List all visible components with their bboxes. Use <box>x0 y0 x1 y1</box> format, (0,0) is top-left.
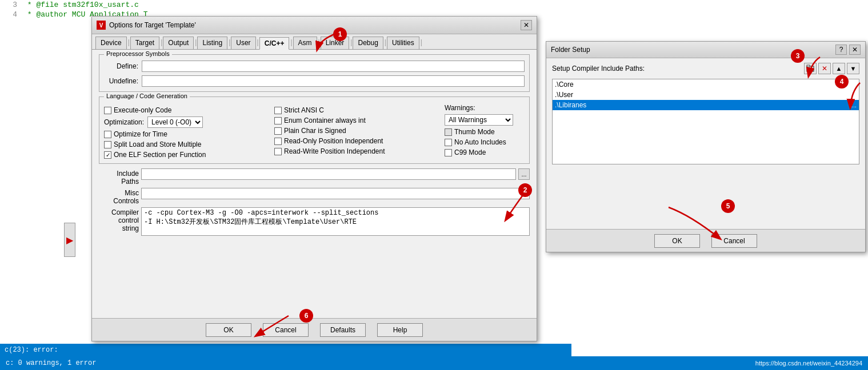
folder-dialog-buttons: OK Cancel <box>546 229 865 252</box>
preprocessor-group-title: Preprocessor Symbols <box>104 50 172 57</box>
optimization-select[interactable]: Level 0 (-O0) Level 1 (-O1) Level 2 (-O2… <box>147 116 203 128</box>
warnings-select[interactable]: All Warnings No Warnings <box>445 114 513 126</box>
options-close-button[interactable]: ✕ <box>521 20 532 30</box>
folder-list-item-user[interactable]: .\User <box>553 90 859 100</box>
strict-ansi-checkbox[interactable] <box>274 107 282 114</box>
annotation-2: 2 <box>518 183 532 197</box>
status-bar-text: c: 0 warnings, 1 error <box>6 359 96 367</box>
options-tab-bar: Device | Target | Output | Listing | Use… <box>92 34 537 50</box>
options-dialog-buttons: OK Cancel Defaults Help <box>92 318 537 341</box>
status-bar: c: 0 warnings, 1 error https://blog.csdn… <box>0 356 868 370</box>
language-group-title: Language / Code Generation <box>104 92 190 99</box>
new-folder-icon <box>806 65 814 73</box>
tab-output[interactable]: Output <box>163 37 194 49</box>
folder-title-buttons: ? ✕ <box>835 45 861 55</box>
compiler-string-label: Compilercontrolstring <box>99 207 139 232</box>
svg-rect-1 <box>807 65 810 67</box>
status-bar-right: https://blog.csdn.net/weixin_44234294 <box>755 360 862 367</box>
split-load-checkbox[interactable] <box>104 141 111 148</box>
lang-col1: Execute-only Code Optimization: Level 0 … <box>104 104 270 159</box>
define-input[interactable] <box>142 61 525 72</box>
include-paths-input[interactable] <box>141 168 516 180</box>
cb-strict-ansi: Strict ANSI C <box>274 106 440 114</box>
folder-delete-button[interactable]: ✕ <box>818 63 831 74</box>
readwrite-pos-checkbox[interactable] <box>274 148 282 155</box>
tab-device[interactable]: Device <box>95 37 127 49</box>
enum-container-checkbox[interactable] <box>274 117 282 124</box>
editor-line-3: 3 * @file stm32f10x_usart.c <box>0 0 868 10</box>
compiler-string-row: Compilercontrolstring -c -cpu Cortex-M3 … <box>99 207 530 236</box>
left-sidebar: ▶ <box>64 223 75 257</box>
lang-col3: Warnings: All Warnings No Warnings Thumb… <box>445 104 525 159</box>
undefine-row: Undefine: <box>104 75 525 87</box>
language-group: Language / Code Generation Execute-only … <box>99 96 530 164</box>
cb-readonly-pos: Read-Only Position Independent <box>274 137 440 145</box>
cb-split-load: Split Load and Store Multiple <box>104 140 270 148</box>
misc-controls-row: MiscControls <box>99 188 530 205</box>
cb-one-elf: One ELF Section per Function <box>104 151 270 159</box>
misc-controls-input[interactable] <box>141 188 530 199</box>
folder-list-item-libraries[interactable]: .\Libiranes ... <box>553 100 859 110</box>
tab-utilities[interactable]: Utilities <box>387 37 419 49</box>
folder-content: Setup Compiler Include Paths: ✕ ▲ ▼ <box>546 58 865 169</box>
tab-cc[interactable]: C/C++ <box>259 37 290 50</box>
annotation-1: 1 <box>333 27 347 41</box>
cb-execute-only: Execute-only Code <box>104 106 270 114</box>
options-dialog: V Options for Target 'Template' ✕ Device… <box>91 16 537 341</box>
cb-optimize-time: Optimize for Time <box>104 130 270 138</box>
options-cancel-button[interactable]: Cancel <box>263 323 309 337</box>
error-bar: c(23): error: <box>0 344 571 356</box>
folder-close-button[interactable]: ✕ <box>849 45 861 55</box>
folder-down-button[interactable]: ▼ <box>847 63 859 74</box>
down-icon: ▼ <box>850 65 857 72</box>
options-ok-button[interactable]: OK <box>206 323 251 337</box>
lang-col2: Strict ANSI C Enum Container always int … <box>274 104 440 159</box>
cb-no-auto-includes: No Auto Includes <box>445 138 525 146</box>
tab-asm[interactable]: Asm <box>293 37 317 49</box>
define-row: Define: <box>104 61 525 72</box>
cb-thumb-mode: Thumb Mode <box>445 128 525 136</box>
undefine-input[interactable] <box>142 75 525 87</box>
c99-mode-checkbox[interactable] <box>445 149 452 156</box>
misc-controls-label: MiscControls <box>99 188 139 205</box>
options-dialog-title: Options for Target 'Template' <box>109 21 517 29</box>
tab-target[interactable]: Target <box>130 37 159 49</box>
options-help-button[interactable]: Help <box>377 323 423 337</box>
readonly-pos-checkbox[interactable] <box>274 138 282 145</box>
sidebar-arrow-icon: ▶ <box>66 235 73 246</box>
tab-debug[interactable]: Debug <box>353 37 383 49</box>
include-paths-label: IncludePaths <box>99 168 139 186</box>
annotation-5: 5 <box>721 199 735 213</box>
annotation-3: 3 <box>791 49 805 63</box>
optimize-time-checkbox[interactable] <box>104 131 111 138</box>
cb-enum-container: Enum Container always int <box>274 116 440 124</box>
one-elf-checkbox[interactable] <box>104 151 111 159</box>
compiler-string-textarea[interactable]: -c -cpu Cortex-M3 -g -O0 -apcs=interwork… <box>141 207 530 236</box>
folder-help-button[interactable]: ? <box>835 45 847 55</box>
options-dialog-titlebar: V Options for Target 'Template' ✕ <box>92 17 537 34</box>
folder-list-item-core[interactable]: .\Core <box>553 79 859 90</box>
folder-new-button[interactable] <box>804 63 817 74</box>
plain-char-checkbox[interactable] <box>274 127 282 135</box>
misc-controls-content <box>141 188 530 199</box>
define-label: Define: <box>104 62 138 70</box>
thumb-mode-checkbox[interactable] <box>445 128 452 136</box>
folder-toolbar: ✕ ▲ ▼ <box>804 63 859 74</box>
tab-listing[interactable]: Listing <box>197 37 227 49</box>
options-dialog-content: Preprocessor Symbols Define: Undefine: L… <box>92 50 537 240</box>
tab-user[interactable]: User <box>231 37 255 49</box>
warnings-label: Warnings: <box>445 104 475 112</box>
folder-cancel-button[interactable]: Cancel <box>711 234 757 248</box>
options-defaults-button[interactable]: Defaults <box>320 323 366 337</box>
folder-ok-button[interactable]: OK <box>654 234 700 248</box>
include-paths-content: ... <box>141 168 530 180</box>
no-auto-includes-checkbox[interactable] <box>445 139 452 146</box>
execute-only-checkbox[interactable] <box>104 107 111 114</box>
include-paths-row: IncludePaths ... <box>99 168 530 186</box>
error-bar-text: c(23): error: <box>5 346 58 354</box>
optimization-row: Optimization: Level 0 (-O0) Level 1 (-O1… <box>104 116 270 128</box>
include-paths-browse-button[interactable]: ... <box>518 168 530 180</box>
folder-setup-dialog: Folder Setup ? ✕ Setup Compiler Include … <box>546 41 866 252</box>
folder-up-button[interactable]: ▲ <box>833 63 845 74</box>
delete-icon: ✕ <box>822 65 827 73</box>
